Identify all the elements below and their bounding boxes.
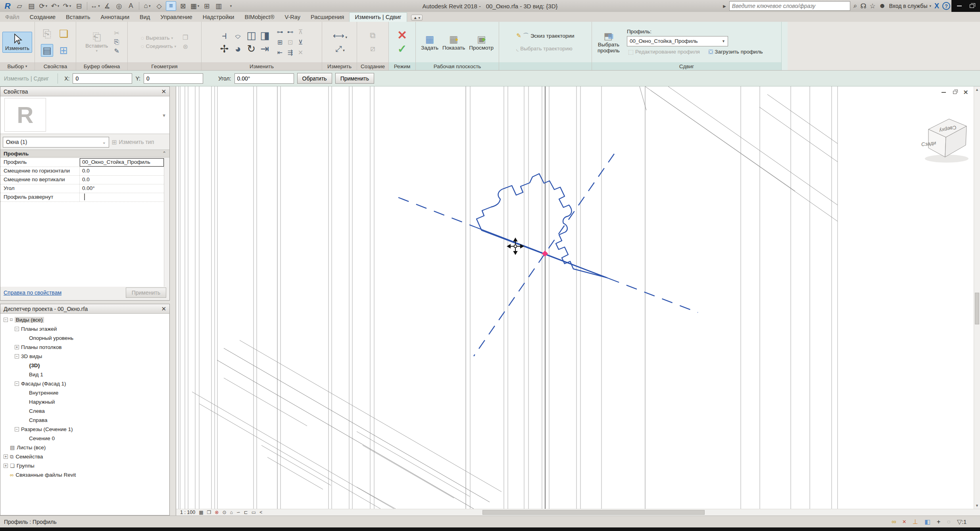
angle-input[interactable] bbox=[234, 73, 294, 84]
filter-button[interactable]: ▽:1 bbox=[957, 518, 967, 525]
save-icon[interactable]: ▤ bbox=[26, 1, 37, 11]
pin-icon[interactable]: ⊻ bbox=[297, 38, 304, 46]
tree-item-exterior[interactable]: Наружный bbox=[0, 397, 169, 406]
cut-geometry-button[interactable]: ◌Вырезать▾ bbox=[140, 34, 175, 42]
print-icon[interactable]: ⊟ bbox=[74, 1, 84, 11]
tree-item-3dviews[interactable]: − 3D виды bbox=[0, 352, 169, 361]
tab-annotate[interactable]: Аннотации bbox=[96, 13, 135, 22]
default-3d-view-icon[interactable]: ⌂▾ bbox=[142, 1, 152, 11]
properties-palette-icon[interactable]: ▤ bbox=[41, 44, 53, 57]
select-underlay-icon[interactable]: × bbox=[903, 518, 906, 525]
sun-path-icon[interactable]: ⊗ bbox=[215, 510, 219, 515]
user-interface-icon[interactable]: ▥ bbox=[213, 1, 224, 11]
vertical-scrollbar[interactable]: ▲ ▼ bbox=[974, 86, 980, 509]
close-icon[interactable]: ✕ bbox=[161, 305, 166, 312]
properties-apply-button[interactable]: Применить bbox=[126, 288, 166, 298]
type-selector-dropdown[interactable]: Окна (1)⌄ bbox=[3, 137, 109, 148]
y-input[interactable] bbox=[144, 73, 203, 84]
edit-type-button[interactable]: ⊞ Изменить тип bbox=[111, 138, 154, 146]
close-icon[interactable]: ✕ bbox=[161, 88, 166, 95]
text-icon[interactable]: A bbox=[126, 1, 136, 11]
properties-help-link[interactable]: Справка по свойствам bbox=[4, 289, 61, 296]
apply-button[interactable]: Применить bbox=[335, 73, 374, 84]
search-input[interactable] bbox=[732, 3, 847, 9]
tree-item-groups[interactable]: + ❏ Группы bbox=[0, 461, 169, 470]
select-profile-button[interactable]: ⬒▦ Выбрать профиль bbox=[596, 30, 621, 54]
switch-windows-icon[interactable]: ▦▾ bbox=[190, 1, 200, 11]
array-icon[interactable]: ⊞ bbox=[276, 38, 284, 46]
mirror-pick-axis-icon[interactable]: ◫ bbox=[246, 30, 256, 41]
trim-extend-icon[interactable]: ⇥ bbox=[261, 43, 269, 55]
copy-icon[interactable]: ⎘ bbox=[113, 38, 121, 46]
view-minimize-button[interactable] bbox=[940, 90, 947, 95]
v-offset-field[interactable]: 0.0 bbox=[80, 176, 164, 184]
drag-point[interactable] bbox=[542, 251, 548, 257]
view-close-button[interactable]: ✕ bbox=[963, 90, 969, 95]
search-icon[interactable]: ⌕ bbox=[853, 2, 857, 10]
select-links-icon[interactable]: ∞ bbox=[892, 518, 896, 525]
tab-view[interactable]: Вид bbox=[135, 13, 155, 22]
unpin-icon[interactable]: ⊼ bbox=[297, 28, 304, 36]
tree-item-sections[interactable]: − Разрезы (Сечение 1) bbox=[0, 425, 169, 434]
expander-minus-icon[interactable]: − bbox=[15, 354, 19, 358]
tab-manage[interactable]: Управление bbox=[155, 13, 198, 22]
tree-item-families[interactable]: + ⧉ Семейства bbox=[0, 452, 169, 461]
scroll-down-icon[interactable]: ▼ bbox=[974, 502, 980, 509]
mirror-draw-axis-icon[interactable]: ◨ bbox=[260, 30, 270, 41]
tab-modify-sweep[interactable]: Изменить | Сдвиг bbox=[349, 12, 407, 22]
pick-path-button[interactable]: ◟ Выбрать траекторию bbox=[515, 45, 573, 53]
finish-edit-mode-icon[interactable]: ✓ bbox=[398, 44, 407, 55]
expander-minus-icon[interactable]: − bbox=[15, 381, 19, 386]
undo-icon[interactable]: ↶▾ bbox=[50, 1, 60, 11]
tab-addins[interactable]: Надстройки bbox=[198, 13, 240, 22]
tree-item-revit-links[interactable]: ∞ Связанные файлы Revit bbox=[0, 470, 169, 479]
demolish-icon[interactable]: ⊛ bbox=[182, 42, 189, 51]
view-cube[interactable]: Сверху Сзади bbox=[921, 119, 968, 163]
align-icon[interactable]: ⫞ bbox=[222, 30, 227, 41]
help-icon[interactable]: ? bbox=[942, 2, 950, 10]
favorites-star-icon[interactable]: ☆ bbox=[869, 2, 875, 10]
tree-item-elevations[interactable]: − Фасады (Фасад 1) bbox=[0, 379, 169, 388]
measure-tool-icon[interactable]: ⟷▾ bbox=[332, 31, 347, 40]
qat-customize-icon[interactable]: ▾ bbox=[225, 1, 236, 11]
sign-in-button[interactable]: Вход в службы▾ bbox=[889, 3, 931, 9]
ribbon-collapse-button[interactable]: ▲▾ bbox=[411, 15, 423, 21]
split-element-icon[interactable]: ⊶ bbox=[276, 28, 284, 36]
set-workplane-button[interactable]: ▦ Задать bbox=[419, 33, 440, 52]
reverse-button[interactable]: Обратить bbox=[297, 73, 332, 84]
tree-item-views[interactable]: − ⌑ Виды (все) bbox=[0, 315, 169, 324]
view-scale-button[interactable]: 1 : 100 bbox=[180, 510, 195, 515]
vertical-scroll-thumb[interactable] bbox=[975, 293, 979, 324]
redo-icon[interactable]: ↷▾ bbox=[62, 1, 72, 11]
dimension-tool-icon[interactable]: ⤢▾ bbox=[334, 44, 345, 54]
modify-button[interactable]: Изменить bbox=[2, 32, 32, 53]
tree-item-sheets[interactable]: ▤ Листы (все) bbox=[0, 443, 169, 452]
collapse-section-icon[interactable]: ⌃ bbox=[162, 151, 166, 156]
profile-sketch-outline[interactable] bbox=[477, 174, 607, 278]
design-options-icon[interactable]: ○ bbox=[947, 518, 951, 525]
tree-item-right[interactable]: Справа bbox=[0, 416, 169, 425]
exchange-apps-icon[interactable]: X bbox=[934, 2, 939, 10]
offset-icon[interactable]: ⌔ bbox=[235, 30, 241, 41]
family-types-icon[interactable]: ⊞ bbox=[60, 45, 68, 56]
select-pinned-icon[interactable]: ⊥ bbox=[913, 518, 918, 525]
drag-on-selection-icon[interactable]: + bbox=[937, 518, 940, 525]
minimize-button[interactable] bbox=[955, 2, 964, 10]
open-icon[interactable]: ▱ bbox=[14, 1, 25, 11]
copy-elements-icon[interactable]: ◕ bbox=[235, 43, 241, 55]
view-restore-button[interactable] bbox=[951, 90, 958, 95]
isolate-elements-icon[interactable]: ▭ bbox=[252, 510, 256, 515]
tab-bimobject[interactable]: BIMobject® bbox=[239, 13, 279, 22]
split-with-gap-icon[interactable]: ⊷ bbox=[286, 28, 295, 36]
keyboard-shortcuts-icon[interactable]: ⊞ bbox=[202, 1, 212, 11]
tree-item-view1[interactable]: Вид 1 bbox=[0, 370, 169, 379]
tree-item-3d[interactable]: {3D} bbox=[0, 361, 169, 370]
tab-create[interactable]: Создание bbox=[25, 13, 61, 22]
section-header-profile[interactable]: Профиль ⌃ bbox=[0, 150, 169, 157]
tree-item-ref-level[interactable]: Опорный уровень bbox=[0, 334, 169, 343]
create-similar-icon[interactable]: ⧉ bbox=[369, 31, 377, 40]
scale-icon[interactable]: ⊡ bbox=[286, 38, 294, 46]
expander-plus-icon[interactable]: + bbox=[4, 454, 8, 459]
cancel-edit-mode-icon[interactable]: ✕ bbox=[397, 29, 407, 41]
profile-value-field[interactable]: 00_Окно_Стойка_Профиль bbox=[80, 158, 164, 167]
